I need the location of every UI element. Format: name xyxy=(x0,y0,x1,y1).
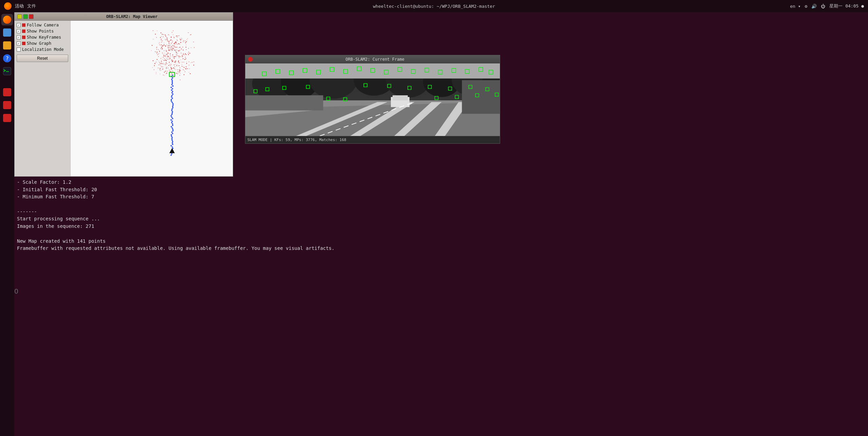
road-scene-svg xyxy=(245,63,500,136)
time-label: 星期一 04:05 ● xyxy=(829,3,864,9)
red3-taskbar-icon xyxy=(3,114,11,122)
frame-window-controls xyxy=(248,57,253,62)
taskbar-text-editor[interactable] xyxy=(1,40,13,51)
firefox-icon xyxy=(4,2,12,10)
terminal-line-7 xyxy=(17,230,865,238)
system-bar-right: en ▾ ⚙ 🔊 ⏻ 星期一 04:05 ● xyxy=(790,3,864,9)
follow-camera-checkbox[interactable] xyxy=(17,23,21,27)
show-points-row[interactable]: Show Points xyxy=(17,29,68,34)
follow-camera-color xyxy=(22,23,25,27)
map-viewer-minimize-btn[interactable] xyxy=(17,14,22,19)
terminal-taskbar-icon xyxy=(3,67,11,75)
taskbar-files[interactable] xyxy=(1,27,13,38)
show-keyframes-color xyxy=(22,36,25,39)
taskbar-terminal[interactable] xyxy=(1,65,13,77)
orb-partial-label: O xyxy=(14,287,18,295)
svg-rect-19 xyxy=(462,80,500,114)
system-bar-center: wheeltec-client@ubuntu: ~/WPJ/ORB_SLAM2-… xyxy=(373,4,495,9)
map-viewer-title: ORB-SLAM2: Map Viewer xyxy=(34,14,230,19)
map-viewer-content: Follow Camera Show Points Show KeyFrames… xyxy=(15,21,233,176)
taskbar-red1[interactable] xyxy=(1,86,13,98)
show-graph-color xyxy=(22,42,25,45)
localization-mode-row[interactable]: Localization Mode xyxy=(17,47,68,52)
map-viewer-window: ORB-SLAM2: Map Viewer Follow Camera Show… xyxy=(14,12,233,177)
map-controls-panel: Follow Camera Show Points Show KeyFrames… xyxy=(15,21,71,176)
files-taskbar-icon xyxy=(3,28,11,37)
show-graph-row[interactable]: Show Graph xyxy=(17,41,68,46)
frame-title: ORB-SLAM2: Current Frame xyxy=(253,57,497,62)
follow-camera-label: Follow Camera xyxy=(27,23,59,27)
localization-mode-checkbox[interactable] xyxy=(17,47,21,52)
svg-rect-11 xyxy=(245,63,500,79)
main-area: ORB-SLAM2: Map Viewer Follow Camera Show… xyxy=(14,12,868,436)
firefox-taskbar-icon xyxy=(3,16,11,24)
show-keyframes-label: Show KeyFrames xyxy=(27,35,61,40)
network-icon: ⚙ xyxy=(805,4,808,9)
svg-rect-21 xyxy=(393,95,408,100)
svg-rect-18 xyxy=(245,95,323,111)
terminal-line-0: - Scale Factor: 1.2 xyxy=(17,179,865,186)
locale-indicator[interactable]: en ▾ xyxy=(790,4,800,9)
terminal-line-5: Start processing sequence ... xyxy=(17,215,865,223)
localization-mode-label: Localization Mode xyxy=(22,47,64,52)
map-viewer-close-btn[interactable] xyxy=(29,14,34,19)
volume-icon: 🔊 xyxy=(811,4,817,9)
system-bar-left: 活动 文件 xyxy=(4,2,36,10)
terminal-line-3 xyxy=(17,201,865,208)
terminal-line-2: - Minimum Fast Threshold: 7 xyxy=(17,193,865,201)
taskbar: ? xyxy=(0,12,14,436)
map-viewer-window-controls xyxy=(17,14,34,19)
map-viewer-maximize-btn[interactable] xyxy=(23,14,28,19)
frame-titlebar: ORB-SLAM2: Current Frame xyxy=(245,55,500,63)
show-points-color xyxy=(22,29,25,33)
map-canvas xyxy=(71,21,233,176)
taskbar-red2[interactable] xyxy=(1,99,13,111)
terminal-line-9: Framebuffer with requested attributes no… xyxy=(17,245,865,252)
follow-camera-row[interactable]: Follow Camera xyxy=(17,23,68,27)
text-taskbar-icon xyxy=(3,41,11,49)
terminal-area: - Scale Factor: 1.2 - Initial Fast Thres… xyxy=(14,177,868,436)
taskbar-help[interactable]: ? xyxy=(1,53,13,64)
terminal-line-6: Images in the sequence: 271 xyxy=(17,223,865,230)
show-graph-label: Show Graph xyxy=(27,41,51,46)
reset-button[interactable]: Reset xyxy=(17,55,68,62)
red1-taskbar-icon xyxy=(3,88,11,96)
terminal-line-1: - Initial Fast Threshold: 20 xyxy=(17,186,865,194)
taskbar-red3[interactable] xyxy=(1,112,13,124)
current-frame-window: ORB-SLAM2: Current Frame xyxy=(245,55,500,144)
frame-close-btn[interactable] xyxy=(248,57,253,62)
taskbar-firefox[interactable] xyxy=(1,14,13,25)
power-icon[interactable]: ⏻ xyxy=(821,4,825,9)
system-bar: 活动 文件 wheeltec-client@ubuntu: ~/WPJ/ORB_… xyxy=(0,0,868,12)
show-keyframes-checkbox[interactable] xyxy=(17,35,21,39)
app-menu[interactable]: 文件 xyxy=(27,3,36,9)
frame-image-area xyxy=(245,63,500,136)
show-points-checkbox[interactable] xyxy=(17,29,21,33)
activities-label[interactable]: 活动 xyxy=(15,3,24,9)
terminal-line-4: ------- xyxy=(17,208,865,216)
hostname-label: wheeltec-client@ubuntu: ~/WPJ/ORB_SLAM2-… xyxy=(373,4,495,9)
map-canvas-element xyxy=(71,21,233,176)
frame-status-bar: SLAM MODE | KFs: 59, MPs: 3776, Matches:… xyxy=(245,136,500,143)
red2-taskbar-icon xyxy=(3,101,11,109)
show-graph-checkbox[interactable] xyxy=(17,41,21,45)
show-keyframes-row[interactable]: Show KeyFrames xyxy=(17,35,68,40)
help-taskbar-icon: ? xyxy=(3,54,11,62)
show-points-label: Show Points xyxy=(27,29,54,34)
map-viewer-titlebar: ORB-SLAM2: Map Viewer xyxy=(15,13,233,21)
frame-status-text: SLAM MODE | KFs: 59, MPs: 3776, Matches:… xyxy=(247,138,346,142)
terminal-line-8: New Map created with 141 points xyxy=(17,238,865,245)
